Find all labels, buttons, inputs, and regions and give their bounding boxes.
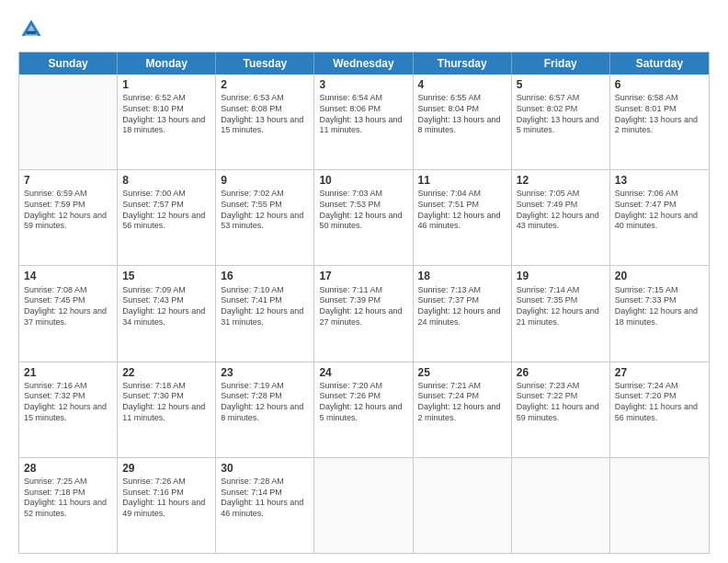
day-number: 13 <box>615 173 704 188</box>
logo <box>18 17 48 42</box>
day-cell-7: 7Sunrise: 6:59 AMSunset: 7:59 PMDaylight… <box>19 170 118 265</box>
empty-cell <box>314 458 413 553</box>
day-number: 14 <box>24 269 112 283</box>
day-cell-20: 20Sunrise: 7:15 AMSunset: 7:33 PMDayligh… <box>610 266 709 361</box>
weekday-header-thursday: Thursday <box>414 52 512 75</box>
day-cell-27: 27Sunrise: 7:24 AMSunset: 7:20 PMDayligh… <box>610 362 709 457</box>
day-info: Sunrise: 7:14 AMSunset: 7:35 PMDaylight:… <box>517 285 605 328</box>
empty-cell <box>512 458 610 553</box>
day-info: Sunrise: 7:20 AMSunset: 7:26 PMDaylight:… <box>319 381 407 424</box>
day-cell-8: 8Sunrise: 7:00 AMSunset: 7:57 PMDaylight… <box>118 170 216 265</box>
weekday-header-wednesday: Wednesday <box>314 52 413 75</box>
calendar-week-2: 7Sunrise: 6:59 AMSunset: 7:59 PMDaylight… <box>19 169 709 265</box>
day-info: Sunrise: 7:15 AMSunset: 7:33 PMDaylight:… <box>615 285 704 328</box>
day-cell-17: 17Sunrise: 7:11 AMSunset: 7:39 PMDayligh… <box>314 266 413 361</box>
calendar-week-4: 21Sunrise: 7:16 AMSunset: 7:32 PMDayligh… <box>19 362 709 457</box>
day-info: Sunrise: 7:06 AMSunset: 7:47 PMDaylight:… <box>615 189 704 232</box>
day-number: 10 <box>319 173 407 188</box>
page: SundayMondayTuesdayWednesdayThursdayFrid… <box>0 0 728 563</box>
day-info: Sunrise: 7:10 AMSunset: 7:41 PMDaylight:… <box>221 285 309 328</box>
day-cell-3: 3Sunrise: 6:54 AMSunset: 8:06 PMDaylight… <box>314 75 413 169</box>
day-info: Sunrise: 7:05 AMSunset: 7:49 PMDaylight:… <box>517 189 605 232</box>
day-number: 8 <box>122 173 210 188</box>
day-number: 27 <box>615 365 704 380</box>
day-number: 20 <box>615 269 704 283</box>
day-info: Sunrise: 7:21 AMSunset: 7:24 PMDaylight:… <box>418 381 506 424</box>
day-cell-30: 30Sunrise: 7:28 AMSunset: 7:14 PMDayligh… <box>216 458 314 553</box>
day-number: 22 <box>122 365 210 380</box>
day-cell-29: 29Sunrise: 7:26 AMSunset: 7:16 PMDayligh… <box>118 458 216 553</box>
day-info: Sunrise: 7:03 AMSunset: 7:53 PMDaylight:… <box>319 189 407 232</box>
day-number: 15 <box>122 269 210 283</box>
logo-icon <box>18 17 44 42</box>
day-info: Sunrise: 6:59 AMSunset: 7:59 PMDaylight:… <box>24 189 112 232</box>
day-info: Sunrise: 7:19 AMSunset: 7:28 PMDaylight:… <box>221 381 309 424</box>
day-info: Sunrise: 7:02 AMSunset: 7:55 PMDaylight:… <box>221 189 309 232</box>
weekday-header-saturday: Saturday <box>610 52 709 75</box>
day-info: Sunrise: 6:54 AMSunset: 8:06 PMDaylight:… <box>319 93 407 136</box>
day-cell-1: 1Sunrise: 6:52 AMSunset: 8:10 PMDaylight… <box>118 75 216 169</box>
day-cell-15: 15Sunrise: 7:09 AMSunset: 7:43 PMDayligh… <box>118 266 216 361</box>
day-cell-22: 22Sunrise: 7:18 AMSunset: 7:30 PMDayligh… <box>118 362 216 457</box>
day-cell-19: 19Sunrise: 7:14 AMSunset: 7:35 PMDayligh… <box>512 266 610 361</box>
day-info: Sunrise: 7:11 AMSunset: 7:39 PMDaylight:… <box>319 285 407 328</box>
day-info: Sunrise: 7:26 AMSunset: 7:16 PMDaylight:… <box>122 477 210 520</box>
day-cell-11: 11Sunrise: 7:04 AMSunset: 7:51 PMDayligh… <box>414 170 512 265</box>
day-cell-2: 2Sunrise: 6:53 AMSunset: 8:08 PMDaylight… <box>216 75 314 169</box>
calendar-week-5: 28Sunrise: 7:25 AMSunset: 7:18 PMDayligh… <box>19 457 709 553</box>
day-cell-25: 25Sunrise: 7:21 AMSunset: 7:24 PMDayligh… <box>414 362 512 457</box>
empty-cell <box>610 458 709 553</box>
day-number: 29 <box>122 461 210 476</box>
calendar-week-3: 14Sunrise: 7:08 AMSunset: 7:45 PMDayligh… <box>19 265 709 361</box>
day-number: 5 <box>517 77 605 92</box>
weekday-header-sunday: Sunday <box>19 52 118 75</box>
day-info: Sunrise: 7:00 AMSunset: 7:57 PMDaylight:… <box>122 189 210 232</box>
empty-cell <box>414 458 512 553</box>
header <box>18 17 710 42</box>
day-cell-23: 23Sunrise: 7:19 AMSunset: 7:28 PMDayligh… <box>216 362 314 457</box>
day-info: Sunrise: 7:08 AMSunset: 7:45 PMDaylight:… <box>24 285 112 328</box>
day-number: 3 <box>319 77 407 92</box>
day-cell-5: 5Sunrise: 6:57 AMSunset: 8:02 PMDaylight… <box>512 75 610 169</box>
day-cell-28: 28Sunrise: 7:25 AMSunset: 7:18 PMDayligh… <box>19 458 118 553</box>
day-cell-16: 16Sunrise: 7:10 AMSunset: 7:41 PMDayligh… <box>216 266 314 361</box>
day-info: Sunrise: 6:58 AMSunset: 8:01 PMDaylight:… <box>615 93 704 136</box>
day-number: 23 <box>221 365 309 380</box>
day-info: Sunrise: 7:25 AMSunset: 7:18 PMDaylight:… <box>24 477 112 520</box>
weekday-header-monday: Monday <box>118 52 216 75</box>
day-cell-10: 10Sunrise: 7:03 AMSunset: 7:53 PMDayligh… <box>314 170 413 265</box>
day-info: Sunrise: 7:23 AMSunset: 7:22 PMDaylight:… <box>517 381 605 424</box>
empty-cell <box>19 75 118 169</box>
day-cell-26: 26Sunrise: 7:23 AMSunset: 7:22 PMDayligh… <box>512 362 610 457</box>
day-info: Sunrise: 7:28 AMSunset: 7:14 PMDaylight:… <box>221 477 309 520</box>
calendar-body: 1Sunrise: 6:52 AMSunset: 8:10 PMDaylight… <box>19 75 709 553</box>
day-cell-14: 14Sunrise: 7:08 AMSunset: 7:45 PMDayligh… <box>19 266 118 361</box>
day-info: Sunrise: 6:53 AMSunset: 8:08 PMDaylight:… <box>221 93 309 136</box>
day-info: Sunrise: 7:13 AMSunset: 7:37 PMDaylight:… <box>418 285 506 328</box>
day-cell-24: 24Sunrise: 7:20 AMSunset: 7:26 PMDayligh… <box>314 362 413 457</box>
day-number: 6 <box>615 77 704 92</box>
day-cell-6: 6Sunrise: 6:58 AMSunset: 8:01 PMDaylight… <box>610 75 709 169</box>
day-info: Sunrise: 6:57 AMSunset: 8:02 PMDaylight:… <box>517 93 605 136</box>
calendar-header: SundayMondayTuesdayWednesdayThursdayFrid… <box>19 52 709 75</box>
day-number: 1 <box>122 77 210 92</box>
day-info: Sunrise: 7:04 AMSunset: 7:51 PMDaylight:… <box>418 189 506 232</box>
weekday-header-tuesday: Tuesday <box>216 52 314 75</box>
day-info: Sunrise: 7:18 AMSunset: 7:30 PMDaylight:… <box>122 381 210 424</box>
day-number: 2 <box>221 77 309 92</box>
svg-rect-2 <box>27 31 37 35</box>
day-number: 25 <box>418 365 506 380</box>
day-number: 30 <box>221 461 309 476</box>
day-info: Sunrise: 6:52 AMSunset: 8:10 PMDaylight:… <box>122 93 210 136</box>
day-cell-13: 13Sunrise: 7:06 AMSunset: 7:47 PMDayligh… <box>610 170 709 265</box>
day-info: Sunrise: 7:24 AMSunset: 7:20 PMDaylight:… <box>615 381 704 424</box>
day-info: Sunrise: 6:55 AMSunset: 8:04 PMDaylight:… <box>418 93 506 136</box>
day-cell-9: 9Sunrise: 7:02 AMSunset: 7:55 PMDaylight… <box>216 170 314 265</box>
day-number: 11 <box>418 173 506 188</box>
day-cell-12: 12Sunrise: 7:05 AMSunset: 7:49 PMDayligh… <box>512 170 610 265</box>
day-number: 9 <box>221 173 309 188</box>
day-number: 28 <box>24 461 112 476</box>
day-number: 16 <box>221 269 309 283</box>
weekday-header-friday: Friday <box>512 52 610 75</box>
calendar-week-1: 1Sunrise: 6:52 AMSunset: 8:10 PMDaylight… <box>19 75 709 169</box>
